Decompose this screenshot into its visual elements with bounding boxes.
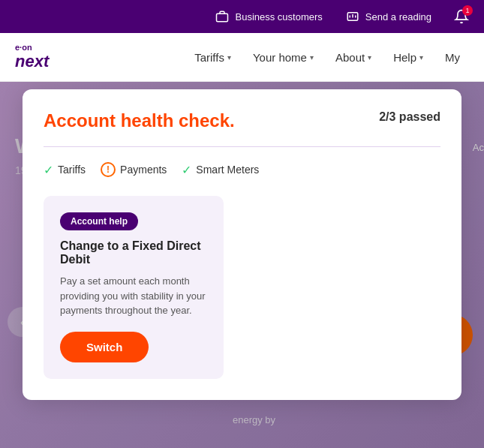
nav-items: Tariffs ▾ Your home ▾ About ▾ Help ▾ My — [185, 45, 469, 70]
nav-tariffs[interactable]: Tariffs ▾ — [185, 45, 240, 70]
info-card: Account help Change to a Fixed Direct De… — [44, 196, 224, 379]
check-payments-label: Payments — [120, 164, 167, 176]
tariffs-label: Tariffs — [194, 51, 224, 64]
tariffs-chevron-icon: ▾ — [227, 53, 231, 62]
your-home-chevron-icon: ▾ — [310, 53, 314, 62]
help-label: Help — [393, 51, 416, 64]
meter-icon — [345, 9, 360, 24]
check-tariffs: ✓ Tariffs — [44, 163, 86, 177]
business-customers-label: Business customers — [235, 11, 322, 23]
nav-bar: e·on next Tariffs ▾ Your home ▾ About ▾ … — [0, 33, 484, 82]
help-chevron-icon: ▾ — [419, 53, 423, 62]
send-reading-link[interactable]: Send a reading — [345, 9, 431, 24]
check-smart-meters: ✓ Smart Meters — [182, 163, 259, 177]
modal-title: Account health check. — [44, 110, 235, 131]
main-content: Wo 192 G... t paym paymentment iss after… — [0, 82, 484, 448]
nav-your-home[interactable]: Your home ▾ — [244, 45, 323, 70]
modal-header: Account health check. 2/3 passed — [44, 110, 440, 131]
business-customers-link[interactable]: Business customers — [215, 9, 322, 24]
briefcase-icon — [215, 9, 230, 24]
check-items: ✓ Tariffs ! Payments ✓ Smart Meters — [44, 162, 440, 177]
card-badge: Account help — [60, 212, 138, 230]
card-body: Pay a set amount each month providing yo… — [60, 274, 207, 318]
top-bar: Business customers Send a reading 1 — [0, 0, 484, 33]
switch-button[interactable]: Switch — [60, 332, 149, 362]
nav-about[interactable]: About ▾ — [326, 45, 380, 70]
check-payments: ! Payments — [101, 162, 167, 177]
nav-help[interactable]: Help ▾ — [384, 45, 432, 70]
logo[interactable]: e·on next — [15, 44, 49, 71]
your-home-label: Your home — [253, 51, 307, 64]
check-smart-meters-label: Smart Meters — [196, 164, 259, 176]
nav-my-account[interactable]: My — [436, 45, 469, 70]
my-account-label: My — [445, 51, 460, 64]
logo-eon: e·on — [15, 44, 49, 52]
about-chevron-icon: ▾ — [368, 53, 371, 62]
about-label: About — [335, 51, 365, 64]
send-reading-label: Send a reading — [365, 11, 431, 23]
notification-link[interactable]: 1 — [454, 9, 469, 24]
separator — [44, 146, 440, 147]
check-tariffs-icon: ✓ — [44, 163, 53, 177]
notification-count: 1 — [462, 5, 473, 16]
passed-text: 2/3 passed — [379, 110, 440, 124]
svg-rect-0 — [217, 14, 228, 22]
card-title: Change to a Fixed Direct Debit — [60, 239, 207, 266]
check-payments-icon: ! — [101, 162, 116, 177]
check-smart-meters-icon: ✓ — [182, 163, 191, 177]
check-tariffs-label: Tariffs — [58, 164, 86, 176]
health-check-modal: Account health check. 2/3 passed ✓ Tarif… — [23, 89, 461, 400]
logo-next: next — [15, 52, 49, 71]
